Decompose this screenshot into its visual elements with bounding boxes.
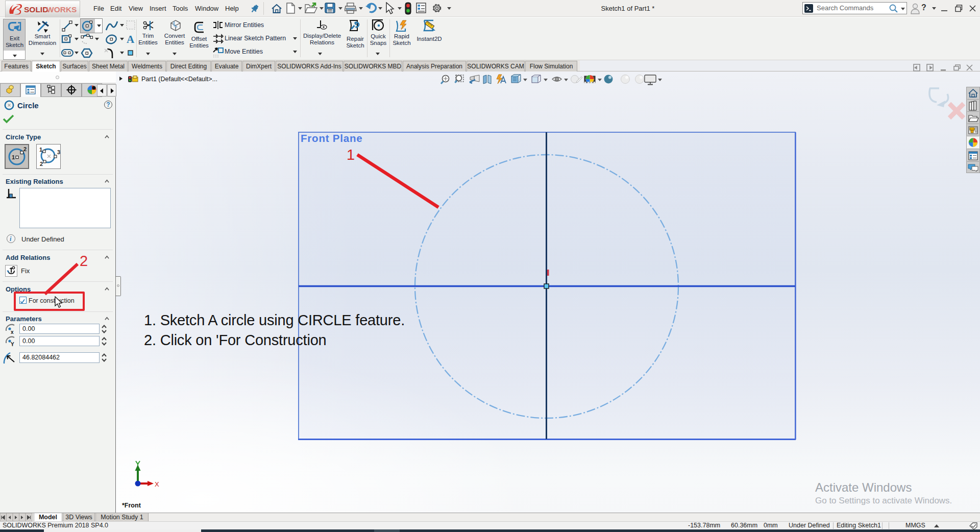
svg-text:1: 1 bbox=[39, 147, 42, 153]
svg-text:x: x bbox=[11, 329, 14, 335]
svg-text:2: 2 bbox=[23, 146, 27, 152]
svg-text:X: X bbox=[155, 480, 159, 488]
svg-text:1: 1 bbox=[12, 154, 15, 160]
svg-text:Y: Y bbox=[11, 342, 14, 347]
svg-text:WORKS: WORKS bbox=[46, 5, 77, 14]
svg-text:2: 2 bbox=[40, 161, 43, 167]
svg-text:SOLID: SOLID bbox=[24, 5, 48, 14]
svg-text:3: 3 bbox=[57, 149, 60, 155]
